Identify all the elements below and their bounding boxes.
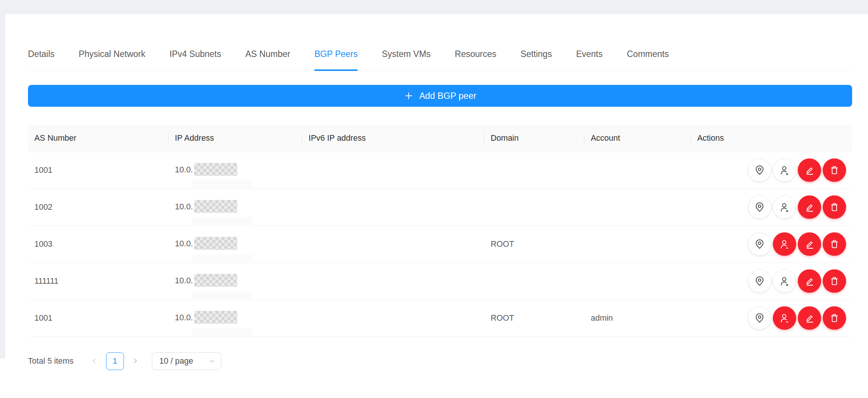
cell-as-number: 1001 bbox=[28, 300, 168, 337]
cell-actions bbox=[691, 189, 852, 226]
tab-physical-network[interactable]: Physical Network bbox=[79, 44, 145, 71]
cell-account bbox=[584, 189, 691, 226]
cell-ip-address: 10.0. bbox=[168, 226, 302, 263]
edit-bgp-peer-button[interactable] bbox=[798, 306, 821, 330]
tab-events[interactable]: Events bbox=[576, 44, 602, 71]
location-pin-button[interactable] bbox=[748, 269, 771, 293]
pagination-total: Total 5 items bbox=[28, 357, 74, 366]
cell-ipv6-address bbox=[302, 189, 484, 226]
plus-icon bbox=[404, 91, 414, 101]
cell-account: admin bbox=[584, 300, 691, 337]
redacted-ip-blur bbox=[194, 274, 237, 287]
user-add-icon bbox=[779, 201, 790, 213]
environment-pin-icon bbox=[754, 312, 765, 324]
edit-pencil-icon bbox=[804, 312, 815, 324]
environment-pin-icon bbox=[754, 164, 765, 176]
delete-bgp-peer-button[interactable] bbox=[823, 158, 846, 182]
cell-as-number: 1001 bbox=[28, 152, 168, 189]
cell-as-number: 1002 bbox=[28, 189, 168, 226]
ip-prefix: 10.0. bbox=[175, 202, 193, 211]
dedicate-account-button[interactable] bbox=[773, 158, 796, 182]
cell-ip-address: 10.0. bbox=[168, 300, 302, 337]
content-card: Details Physical Network IPv4 Subnets AS… bbox=[5, 14, 868, 398]
cell-account bbox=[584, 226, 691, 263]
ip-prefix: 10.0. bbox=[175, 276, 193, 285]
delete-bgp-peer-button[interactable] bbox=[823, 195, 846, 219]
column-header-account: Account bbox=[584, 125, 691, 152]
trash-icon bbox=[829, 275, 840, 287]
user-add-icon bbox=[779, 275, 790, 287]
delete-bgp-peer-button[interactable] bbox=[823, 232, 846, 256]
cell-domain bbox=[484, 263, 584, 300]
redacted-ip-blur bbox=[194, 163, 237, 176]
cell-actions bbox=[691, 226, 852, 263]
edit-bgp-peer-button[interactable] bbox=[798, 195, 821, 219]
column-header-domain: Domain bbox=[484, 125, 584, 152]
release-account-button[interactable] bbox=[773, 232, 796, 256]
bgp-peers-table: AS Number IP Address IPv6 IP address Dom… bbox=[28, 125, 852, 337]
tab-bgp-peers[interactable]: BGP Peers bbox=[314, 44, 358, 71]
tab-comments[interactable]: Comments bbox=[627, 44, 669, 71]
cell-as-number: 111111 bbox=[28, 263, 168, 300]
cell-ipv6-address bbox=[302, 300, 484, 337]
tab-system-vms[interactable]: System VMs bbox=[382, 44, 431, 71]
edit-bgp-peer-button[interactable] bbox=[798, 269, 821, 293]
tab-details[interactable]: Details bbox=[28, 44, 54, 71]
add-bgp-peer-button[interactable]: Add BGP peer bbox=[28, 85, 852, 107]
redacted-ip-blur bbox=[194, 237, 237, 250]
bgp-peers-page: Details Physical Network IPv4 Subnets AS… bbox=[0, 0, 868, 398]
environment-pin-icon bbox=[754, 201, 765, 213]
cell-ip-address: 10.0. bbox=[168, 152, 302, 189]
column-header-actions: Actions bbox=[691, 125, 852, 152]
trash-icon bbox=[829, 201, 840, 213]
add-bgp-peer-label: Add BGP peer bbox=[419, 91, 476, 101]
edit-pencil-icon bbox=[804, 238, 815, 250]
release-account-button[interactable] bbox=[773, 306, 796, 330]
ip-prefix: 10.0. bbox=[175, 239, 193, 248]
ip-prefix: 10.0. bbox=[175, 165, 193, 174]
cell-ip-address: 10.0. bbox=[168, 263, 302, 300]
table-row: 1002 10.0. bbox=[28, 189, 852, 226]
page-1-button[interactable]: 1 bbox=[106, 352, 124, 370]
edit-bgp-peer-button[interactable] bbox=[798, 232, 821, 256]
tab-settings[interactable]: Settings bbox=[520, 44, 552, 71]
cell-account bbox=[584, 152, 691, 189]
delete-bgp-peer-button[interactable] bbox=[823, 306, 846, 330]
page-background-strip bbox=[0, 0, 868, 14]
pagination: Total 5 items 1 10 / page bbox=[28, 351, 221, 372]
cell-actions bbox=[691, 300, 852, 337]
dedicate-account-button[interactable] bbox=[773, 269, 796, 293]
tab-resources[interactable]: Resources bbox=[455, 44, 496, 71]
dedicate-account-button[interactable] bbox=[773, 195, 796, 219]
location-pin-button[interactable] bbox=[748, 232, 771, 256]
tab-as-number[interactable]: AS Number bbox=[246, 44, 290, 71]
column-header-ipv6-address: IPv6 IP address bbox=[302, 125, 484, 152]
edit-pencil-icon bbox=[804, 275, 815, 287]
chevron-left-icon bbox=[91, 358, 97, 365]
edit-bgp-peer-button[interactable] bbox=[798, 158, 821, 182]
column-header-as-number: AS Number bbox=[28, 125, 168, 152]
prev-page-button[interactable] bbox=[88, 352, 101, 370]
page-size-select[interactable]: 10 / page bbox=[152, 352, 221, 370]
cell-ipv6-address bbox=[302, 263, 484, 300]
location-pin-button[interactable] bbox=[748, 306, 771, 330]
cell-domain: ROOT bbox=[484, 300, 584, 337]
table-row: 1003 10.0. ROOT bbox=[28, 226, 852, 263]
cell-domain: ROOT bbox=[484, 226, 584, 263]
delete-bgp-peer-button[interactable] bbox=[823, 269, 846, 293]
column-header-ip-address: IP Address bbox=[168, 125, 302, 152]
location-pin-button[interactable] bbox=[748, 158, 771, 182]
next-page-button[interactable] bbox=[129, 352, 142, 370]
location-pin-button[interactable] bbox=[748, 195, 771, 219]
cell-ipv6-address bbox=[302, 152, 484, 189]
user-delete-icon bbox=[779, 238, 790, 250]
table-row: 1001 10.0. bbox=[28, 152, 852, 189]
cell-domain bbox=[484, 189, 584, 226]
cell-actions bbox=[691, 263, 852, 300]
tab-ipv4-subnets[interactable]: IPv4 Subnets bbox=[170, 44, 221, 71]
cell-actions bbox=[691, 152, 852, 189]
chevron-right-icon bbox=[132, 358, 139, 365]
table-row: 111111 10.0. bbox=[28, 263, 852, 300]
user-add-icon bbox=[779, 164, 790, 176]
user-delete-icon bbox=[779, 312, 790, 324]
